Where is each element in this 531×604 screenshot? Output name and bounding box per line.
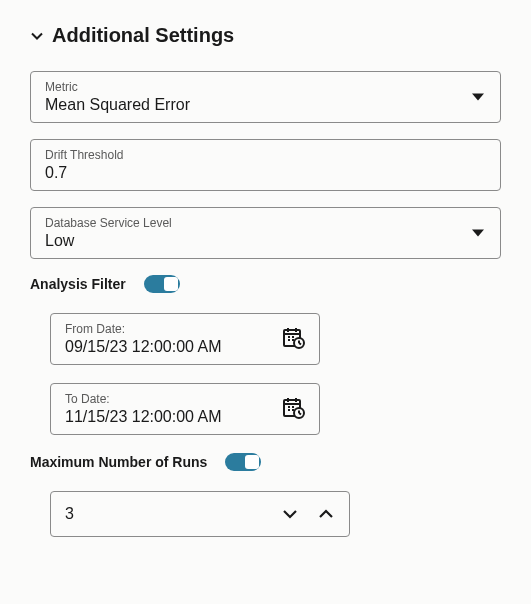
chevron-down-icon — [30, 29, 44, 43]
service-level-label: Database Service Level — [45, 216, 486, 230]
analysis-filter-label: Analysis Filter — [30, 276, 126, 292]
max-runs-value: 3 — [65, 505, 281, 523]
from-date-value: 09/15/23 12:00:00 AM — [65, 338, 305, 356]
to-date-value: 11/15/23 12:00:00 AM — [65, 408, 305, 426]
stepper-decrement-button[interactable] — [281, 505, 299, 523]
calendar-clock-icon[interactable] — [281, 395, 305, 423]
to-date-input[interactable]: To Date: 11/15/23 12:00:00 AM — [50, 383, 320, 435]
caret-down-icon — [472, 94, 484, 101]
section-header[interactable]: Additional Settings — [30, 24, 501, 47]
max-runs-toggle[interactable] — [225, 453, 261, 471]
date-range-group: From Date: 09/15/23 12:00:00 AM To Date:… — [50, 313, 501, 435]
toggle-thumb — [245, 455, 259, 469]
metric-select[interactable]: Metric Mean Squared Error — [30, 71, 501, 123]
to-date-label: To Date: — [65, 392, 305, 406]
drift-threshold-label: Drift Threshold — [45, 148, 486, 162]
drift-threshold-value: 0.7 — [45, 164, 486, 182]
toggle-thumb — [164, 277, 178, 291]
max-runs-stepper[interactable]: 3 — [50, 491, 350, 537]
service-level-select[interactable]: Database Service Level Low — [30, 207, 501, 259]
section-title: Additional Settings — [52, 24, 234, 47]
service-level-value: Low — [45, 232, 486, 250]
drift-threshold-input[interactable]: Drift Threshold 0.7 — [30, 139, 501, 191]
from-date-label: From Date: — [65, 322, 305, 336]
caret-down-icon — [472, 230, 484, 237]
metric-value: Mean Squared Error — [45, 96, 486, 114]
svg-line-21 — [299, 413, 301, 415]
stepper-increment-button[interactable] — [317, 505, 335, 523]
svg-line-10 — [299, 343, 301, 345]
max-runs-row: Maximum Number of Runs — [30, 453, 501, 471]
stepper-buttons — [281, 505, 335, 523]
calendar-clock-icon[interactable] — [281, 325, 305, 353]
metric-label: Metric — [45, 80, 486, 94]
analysis-filter-toggle[interactable] — [144, 275, 180, 293]
analysis-filter-row: Analysis Filter — [30, 275, 501, 293]
max-runs-label: Maximum Number of Runs — [30, 454, 207, 470]
from-date-input[interactable]: From Date: 09/15/23 12:00:00 AM — [50, 313, 320, 365]
